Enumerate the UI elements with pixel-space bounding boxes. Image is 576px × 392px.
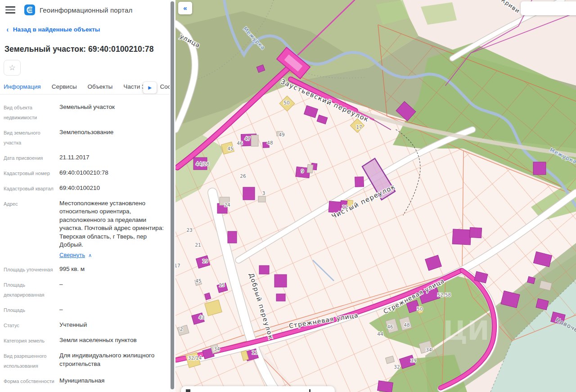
tab-1[interactable]: Сервисы (52, 83, 77, 94)
info-row-value-text: Земли населенных пунктов (59, 337, 137, 343)
parcel-number: 46 (237, 140, 243, 146)
info-row-value: Муниципальная (59, 375, 165, 386)
cutoff-text-fragment (309, 389, 310, 392)
info-row: Вид объекта недвижимостиЗемельный участо… (4, 102, 165, 122)
scrollbar-thumb[interactable] (171, 1, 174, 389)
parcel-number: 3 (262, 190, 266, 196)
info-row: Категория земельЗемли населенных пунктов (4, 335, 165, 346)
tile-watermark: ЦИ (443, 315, 489, 346)
info-row-value: Землепользование (59, 127, 165, 148)
info-row-value-text: Для индивидуального жилищного строительс… (59, 352, 154, 367)
info-row-value: 69:40:0100210:78 (59, 167, 165, 178)
info-row-value: – (59, 304, 165, 315)
tab-2[interactable]: Объекты (88, 83, 113, 94)
tab-0[interactable]: Информация (4, 83, 41, 94)
parcel-number: 32/14 (188, 355, 202, 360)
sidebar-scrollbar[interactable] (170, 0, 176, 392)
page-title: Земельный участок: 69:40:0100210:78 (0, 38, 170, 54)
info-row-value-text: – (59, 306, 63, 313)
info-row-label: Вид земельного участка (4, 127, 58, 148)
info-row-value: Земли населенных пунктов (59, 335, 165, 346)
info-row: Вид разрешенного использованияДля индиви… (4, 350, 165, 371)
parcel-number: 15 (219, 282, 225, 288)
info-row-value-text: Местоположение установлено относительно … (59, 200, 164, 248)
building (378, 381, 393, 392)
map-control-box[interactable] (521, 1, 576, 15)
building (452, 229, 471, 245)
building (259, 266, 269, 274)
info-row-label: Площадь (4, 304, 58, 315)
parcel-number: 48 (267, 140, 273, 145)
info-row: Площадь декларированная– (4, 279, 165, 300)
parcel-number: 21 (195, 242, 201, 248)
parcel-number: 39 (410, 358, 416, 363)
info-row-value: Для индивидуального жилищного строительс… (59, 350, 165, 371)
app-header: Геоинформационный портал (0, 0, 170, 20)
app-title: Геоинформационный портал (40, 6, 132, 14)
parcel-number: 9 (301, 168, 304, 174)
collapse-address-link[interactable]: Свернуть (59, 251, 85, 260)
info-row: Дата присвоения21.11.2017 (4, 152, 165, 163)
info-row-value-text: 69:40:0100210 (59, 185, 100, 191)
parcel-number: 48 (404, 322, 410, 328)
info-row-value: 69:40:0100210 (59, 183, 165, 194)
building (228, 231, 237, 243)
map-canvas[interactable]: ЦИ Заустьевский переулокЧистый переулокД… (176, 0, 576, 392)
info-rows: Вид объекта недвижимостиЗемельный участо… (0, 95, 170, 392)
map-bottom-panel[interactable] (181, 386, 335, 392)
info-row: Кадастровый квартал69:40:0100210 (4, 183, 165, 194)
info-row-value-text: Муниципальная (59, 377, 104, 384)
info-row-label: Площадь уточненная (4, 264, 58, 275)
parcel-number: 44 (377, 331, 383, 337)
info-row: Площадь– (4, 304, 165, 315)
parcel-number: 52-58 (437, 292, 451, 297)
parcel-number: 32 (394, 364, 400, 369)
collapse-sidebar-button[interactable]: « (178, 2, 192, 14)
info-row-value: Учтенный (59, 320, 165, 330)
info-row: АдресМестоположение установлено относите… (4, 198, 165, 260)
parcel-number: 46 (387, 324, 393, 329)
parcel-number: 44/28 (196, 161, 209, 167)
favorite-button[interactable]: ☆ (4, 60, 21, 76)
parcel-number: 50 (284, 100, 289, 105)
map-tiles: ЦИ Заустьевский переулокЧистый переулокД… (176, 0, 576, 392)
info-row-label: Статус (4, 320, 58, 330)
parcel-number: 50 (417, 306, 423, 311)
parcel-number: 17 (176, 263, 180, 268)
portal-logo-icon (24, 5, 35, 15)
building (355, 177, 364, 187)
info-row-value-text: – (59, 281, 63, 288)
hamburger-menu-icon[interactable] (5, 6, 15, 14)
info-row: Площадь уточненная995 кв. м (4, 264, 165, 275)
info-row-value: Земельный участок (59, 102, 165, 122)
info-row-value: – (59, 279, 165, 300)
parcel-number: 49 (279, 132, 284, 137)
info-row-label: Площадь декларированная (4, 279, 58, 300)
info-row-value: 995 кв. м (59, 264, 165, 275)
building-gray (258, 196, 266, 202)
arrow-right-icon: ▶ (148, 85, 152, 90)
building-gray (251, 135, 258, 146)
info-row-label: Форма собственности (4, 375, 58, 386)
info-row-value-text: 995 кв. м (59, 266, 85, 272)
tab-4[interactable]: Соста (160, 83, 170, 94)
building-gray (307, 164, 313, 173)
back-link[interactable]: ‹ Назад в найденные объекты (0, 20, 170, 33)
info-row-label: Вид разрешенного использования (4, 350, 58, 371)
parcel-number: 17 (356, 124, 362, 130)
star-icon: ☆ (9, 63, 15, 72)
chevron-left-icon: ‹ (7, 27, 9, 33)
parcel-number: 34 (426, 347, 432, 352)
chevron-up-icon: ∧ (88, 252, 92, 258)
info-row-label: Кадастровый квартал (4, 183, 58, 194)
info-row: Кадастровый номер69:40:0100210:78 (4, 167, 165, 178)
building (274, 275, 287, 287)
building (276, 294, 285, 301)
info-row: Вид земельного участкаЗемлепользование (4, 127, 165, 148)
tab-scroll-right-button[interactable]: ▶ (143, 82, 157, 94)
info-row-label: Адрес (4, 198, 58, 260)
info-row-label: Категория земель (4, 335, 58, 346)
info-row: Форма собственностиМуниципальная (4, 375, 165, 386)
info-row-value-text: Земельный участок (59, 104, 115, 110)
building (533, 162, 546, 175)
